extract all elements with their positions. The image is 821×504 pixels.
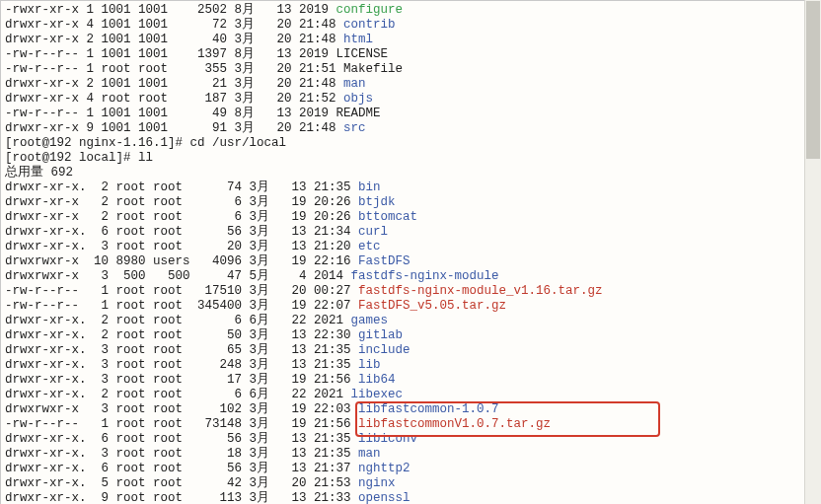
terminal-line: drwxr-xr-x 9 1001 1001 91 3月 20 21:48 sr… — [5, 121, 816, 136]
terminal-line: drwxrwxr-x 3 root root 102 3月 19 22:03 l… — [5, 402, 816, 417]
terminal-line: drwxr-xr-x 2 1001 1001 21 3月 20 21:48 ma… — [5, 77, 816, 92]
text-segment: -rw-r--r-- 1 1001 1001 1397 8月 13 2019 L… — [5, 47, 388, 61]
vertical-scrollbar[interactable] — [804, 0, 821, 504]
text-segment: drwxr-xr-x. 3 root root 20 3月 13 21:20 — [5, 240, 358, 253]
text-segment: drwxr-xr-x 4 root root 187 3月 20 21:52 — [5, 92, 343, 106]
scrollbar-thumb[interactable] — [806, 1, 820, 159]
terminal-line: -rw-r--r-- 1 1001 1001 1397 8月 13 2019 L… — [5, 47, 816, 62]
text-segment: -rw-r--r-- 1 root root 345400 3月 19 22:0… — [5, 299, 358, 313]
dir-name: etc — [358, 240, 381, 253]
dir-name: libiconv — [358, 432, 417, 446]
exec-name: configure — [336, 3, 404, 17]
text-segment: -rw-r--r-- 1 root root 17510 3月 20 00:27 — [5, 284, 358, 298]
dir-name: man — [343, 77, 366, 91]
text-segment: drwxr-xr-x. 6 root root 56 3月 13 21:35 — [5, 432, 358, 446]
dir-name: curl — [358, 225, 388, 239]
terminal-line: drwxr-xr-x 2 root root 6 3月 19 20:26 btj… — [5, 195, 816, 210]
dir-name: btjdk — [358, 195, 396, 209]
text-segment: drwxr-xr-x 2 root root 6 3月 19 20:26 — [5, 195, 358, 209]
terminal-line: drwxr-xr-x. 9 root root 113 3月 13 21:33 … — [5, 491, 816, 504]
archive-name: libfastcommonV1.0.7.tar.gz — [358, 417, 551, 431]
terminal-line: -rw-r--r-- 1 1001 1001 49 8月 13 2019 REA… — [5, 107, 816, 121]
terminal-line: drwxr-xr-x 2 1001 1001 40 3月 20 21:48 ht… — [5, 33, 816, 47]
text-segment: drwxr-xr-x. 2 root root 50 3月 13 22:30 — [5, 328, 358, 342]
text-segment: drwxrwxr-x 3 500 500 47 5月 4 2014 — [5, 269, 351, 283]
archive-name: FastDFS_v5.05.tar.gz — [358, 299, 506, 313]
terminal-line: 总用量 692 — [5, 166, 816, 180]
dir-name: lib — [358, 358, 381, 372]
dir-name: gitlab — [358, 328, 403, 342]
terminal-line: drwxr-xr-x. 6 root root 56 3月 13 21:35 l… — [5, 432, 816, 447]
terminal-line: drwxr-xr-x. 2 root root 74 3月 13 21:35 b… — [5, 180, 816, 195]
dir-name: man — [358, 447, 381, 461]
terminal-line: drwxr-xr-x 4 root root 187 3月 20 21:52 o… — [5, 92, 816, 107]
dir-name: lib64 — [358, 373, 396, 387]
text-segment: drwxr-xr-x. 9 root root 113 3月 13 21:33 — [5, 491, 358, 504]
text-segment: drwxr-xr-x 2 root root 6 3月 19 20:26 — [5, 210, 358, 224]
terminal-line: drwxr-xr-x. 3 root root 20 3月 13 21:20 e… — [5, 240, 816, 254]
terminal-line: drwxr-xr-x. 2 root root 50 3月 13 22:30 g… — [5, 328, 816, 343]
text-segment: drwxr-xr-x. 6 root root 56 3月 13 21:34 — [5, 225, 358, 239]
text-segment: 总用量 692 — [5, 166, 73, 180]
terminal-line: -rw-r--r-- 1 root root 345400 3月 19 22:0… — [5, 299, 816, 314]
terminal-output[interactable]: -rwxr-xr-x 1 1001 1001 2502 8月 13 2019 c… — [0, 0, 821, 504]
dir-name: libexec — [351, 388, 404, 401]
terminal-line: -rw-r--r-- 1 root root 355 3月 20 21:51 M… — [5, 62, 816, 77]
text-segment: drwxr-xr-x. 2 root root 74 3月 13 21:35 — [5, 180, 358, 194]
text-segment: -rw-r--r-- 1 1001 1001 49 8月 13 2019 REA… — [5, 107, 381, 120]
text-segment: drwxr-xr-x. 3 root root 248 3月 13 21:35 — [5, 358, 358, 372]
text-segment: drwxrwxr-x 10 8980 users 4096 3月 19 22:1… — [5, 254, 358, 268]
terminal-line: -rw-r--r-- 1 root root 73148 3月 19 21:56… — [5, 417, 816, 432]
dir-name: openssl — [358, 491, 410, 504]
terminal-line: drwxr-xr-x. 3 root root 18 3月 13 21:35 m… — [5, 447, 816, 462]
terminal-line: drwxr-xr-x. 6 root root 56 3月 13 21:37 n… — [5, 462, 816, 476]
terminal-line: -rwxr-xr-x 1 1001 1001 2502 8月 13 2019 c… — [5, 3, 816, 18]
dir-name: games — [351, 314, 389, 327]
text-segment: drwxr-xr-x. 3 root root 17 3月 19 21:56 — [5, 373, 358, 387]
terminal-line: drwxr-xr-x. 3 root root 248 3月 13 21:35 … — [5, 358, 816, 373]
dir-name: nghttp2 — [358, 462, 410, 475]
terminal-line: drwxr-xr-x. 3 root root 65 3月 13 21:35 i… — [5, 343, 816, 358]
dir-name: fastdfs-nginx-module — [351, 269, 499, 283]
text-segment: drwxr-xr-x. 5 root root 42 3月 20 21:53 — [5, 476, 358, 490]
dir-name: contrib — [343, 18, 396, 32]
dir-name: FastDFS — [358, 254, 410, 268]
shell-prompt: [root@192 local]# ll — [5, 151, 153, 165]
text-segment: -rw-r--r-- 1 root root 355 3月 20 21:51 M… — [5, 62, 403, 76]
dir-name: src — [343, 121, 366, 135]
terminal-line: -rw-r--r-- 1 root root 17510 3月 20 00:27… — [5, 284, 816, 299]
text-segment: drwxr-xr-x 2 1001 1001 21 3月 20 21:48 — [5, 77, 343, 91]
dir-name: html — [343, 33, 373, 46]
text-segment: -rw-r--r-- 1 root root 73148 3月 19 21:56 — [5, 417, 358, 431]
terminal-line: drwxr-xr-x. 2 root root 6 6月 22 2021 gam… — [5, 314, 816, 328]
terminal-line: [root@192 local]# ll — [5, 151, 816, 166]
text-segment: drwxr-xr-x. 3 root root 18 3月 13 21:35 — [5, 447, 358, 461]
terminal-line: drwxr-xr-x. 6 root root 56 3月 13 21:34 c… — [5, 225, 816, 240]
dir-name: include — [358, 343, 410, 357]
text-segment: drwxrwxr-x 3 root root 102 3月 19 22:03 — [5, 402, 358, 416]
terminal-line: drwxr-xr-x. 2 root root 6 6月 22 2021 lib… — [5, 388, 816, 402]
terminal-line: [root@192 nginx-1.16.1]# cd /usr/local — [5, 136, 816, 151]
dir-name: nginx — [358, 476, 396, 490]
text-segment: -rwxr-xr-x 1 1001 1001 2502 8月 13 2019 — [5, 3, 336, 17]
text-segment: drwxr-xr-x. 6 root root 56 3月 13 21:37 — [5, 462, 358, 475]
terminal-line: drwxr-xr-x 2 root root 6 3月 19 20:26 btt… — [5, 210, 816, 225]
text-segment: drwxr-xr-x 4 1001 1001 72 3月 20 21:48 — [5, 18, 343, 32]
dir-name: bin — [358, 180, 381, 194]
dir-name: bttomcat — [358, 210, 417, 224]
text-segment: drwxr-xr-x 2 1001 1001 40 3月 20 21:48 — [5, 33, 343, 46]
dir-name: libfastcommon-1.0.7 — [358, 402, 499, 416]
shell-prompt: [root@192 nginx-1.16.1]# cd /usr/local — [5, 136, 286, 150]
terminal-line: drwxr-xr-x. 5 root root 42 3月 20 21:53 n… — [5, 476, 816, 491]
text-segment: drwxr-xr-x. 2 root root 6 6月 22 2021 — [5, 388, 351, 401]
terminal-line: drwxrwxr-x 3 500 500 47 5月 4 2014 fastdf… — [5, 269, 816, 284]
text-segment: drwxr-xr-x 9 1001 1001 91 3月 20 21:48 — [5, 121, 343, 135]
dir-name: objs — [343, 92, 373, 106]
terminal-line: drwxr-xr-x. 3 root root 17 3月 19 21:56 l… — [5, 373, 816, 388]
text-segment: drwxr-xr-x. 3 root root 65 3月 13 21:35 — [5, 343, 358, 357]
terminal-line: drwxrwxr-x 10 8980 users 4096 3月 19 22:1… — [5, 254, 816, 269]
archive-name: fastdfs-nginx-module_v1.16.tar.gz — [358, 284, 603, 298]
terminal-line: drwxr-xr-x 4 1001 1001 72 3月 20 21:48 co… — [5, 18, 816, 33]
text-segment: drwxr-xr-x. 2 root root 6 6月 22 2021 — [5, 314, 351, 327]
